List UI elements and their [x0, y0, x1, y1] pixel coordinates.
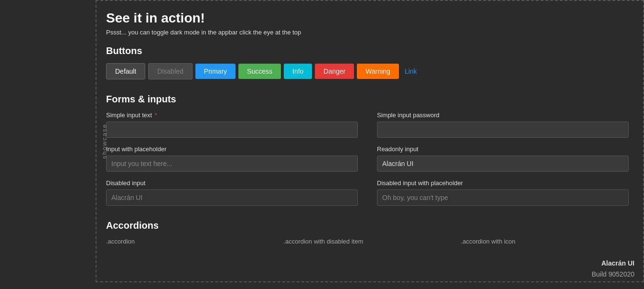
input-with-placeholder[interactable] — [106, 156, 358, 172]
page-title: See it in action! — [106, 11, 629, 26]
button-default[interactable]: Default — [106, 63, 145, 79]
label-disabled: Disabled input — [106, 179, 358, 187]
accordions-section: Accordions .accordion .accordion with di… — [106, 220, 629, 245]
button-info[interactable]: Info — [284, 64, 312, 79]
forms-section: Forms & inputs Simple input text * Simpl… — [106, 94, 629, 206]
button-disabled: Disabled — [148, 63, 192, 79]
form-group-placeholder: Input with placeholder — [106, 145, 358, 172]
button-link[interactable]: Link — [402, 64, 420, 79]
form-group-disabled: Disabled input — [106, 179, 358, 206]
accordion-row: .accordion .accordion with disabled item… — [106, 238, 629, 245]
label-simple-text: Simple input text * — [106, 111, 358, 119]
simple-input-password[interactable] — [377, 122, 629, 138]
label-simple-password: Simple input password — [377, 111, 629, 119]
accordion-label-2: .accordion with disabled item — [283, 238, 451, 245]
button-success[interactable]: Success — [238, 64, 281, 79]
form-group-disabled-placeholder: Disabled input with placeholder — [377, 179, 629, 206]
label-readonly: Readonly input — [377, 145, 629, 153]
showcase-label: showcase — [101, 123, 108, 159]
footer-brand: Alacrán UI — [591, 258, 634, 268]
accordion-label-1: .accordion — [106, 238, 274, 245]
accordions-heading: Accordions — [106, 220, 629, 231]
readonly-input — [377, 156, 629, 172]
buttons-section: Buttons Default Disabled Primary Success… — [106, 45, 629, 79]
showcase-container: showcase See it in action! Pssst... you … — [96, 0, 644, 282]
label-placeholder: Input with placeholder — [106, 145, 358, 153]
disabled-input — [106, 189, 358, 206]
buttons-heading: Buttons — [106, 45, 629, 56]
form-group-simple-password: Simple input password — [377, 111, 629, 138]
form-group-readonly: Readonly input — [377, 145, 629, 172]
accordion-label-3: .accordion with icon — [461, 238, 629, 245]
footer: Alacrán UI Build 9052020 — [591, 258, 634, 279]
label-disabled-placeholder: Disabled input with placeholder — [377, 179, 629, 187]
disabled-input-with-placeholder — [377, 189, 629, 206]
form-grid: Simple input text * Simple input passwor… — [106, 111, 629, 206]
button-danger[interactable]: Danger — [315, 64, 354, 79]
button-row: Default Disabled Primary Success Info Da… — [106, 63, 629, 79]
page-subtitle: Pssst... you can toggle dark mode in the… — [106, 29, 629, 36]
form-group-simple-text: Simple input text * — [106, 111, 358, 138]
simple-input-text[interactable] — [106, 122, 358, 138]
forms-heading: Forms & inputs — [106, 94, 629, 105]
button-warning[interactable]: Warning — [357, 64, 399, 79]
button-primary[interactable]: Primary — [195, 64, 236, 79]
footer-build: Build 9052020 — [591, 269, 634, 279]
